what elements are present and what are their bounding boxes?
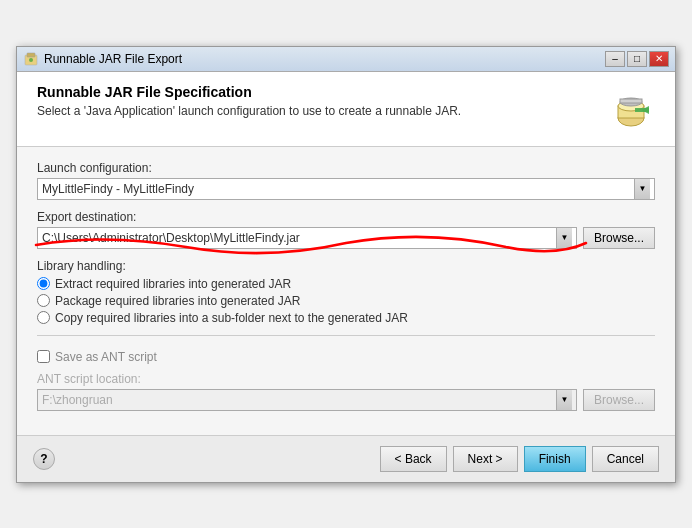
titlebar-controls: – □ ✕ [605, 51, 669, 67]
library-handling-group: Library handling: Extract required libra… [37, 259, 655, 325]
dialog-title: Runnable JAR File Specification [37, 84, 607, 100]
svg-rect-9 [635, 108, 649, 112]
cancel-button[interactable]: Cancel [592, 446, 659, 472]
launch-config-value: MyLittleFindy - MyLittleFindy [42, 182, 194, 196]
radio-item-extract: Extract required libraries into generate… [37, 277, 655, 291]
ant-location-group: ANT script location: F:\zhongruan ▼ Brow… [37, 372, 655, 411]
footer-left: ? [33, 448, 55, 470]
form-area: Launch configuration: MyLittleFindy - My… [17, 147, 675, 435]
footer: ? < Back Next > Finish Cancel [17, 435, 675, 482]
export-dest-browse-button[interactable]: Browse... [583, 227, 655, 249]
svg-rect-7 [620, 99, 642, 103]
close-button[interactable]: ✕ [649, 51, 669, 67]
ant-location-row: F:\zhongruan ▼ Browse... [37, 389, 655, 411]
divider [37, 335, 655, 336]
launch-config-group: Launch configuration: MyLittleFindy - My… [37, 161, 655, 200]
footer-right: < Back Next > Finish Cancel [380, 446, 659, 472]
window-icon [23, 51, 39, 67]
minimize-button[interactable]: – [605, 51, 625, 67]
export-dest-combo[interactable]: C:\Users\Administrator\Desktop\MyLittleF… [37, 227, 577, 249]
jar-icon [607, 84, 655, 132]
radio-extract[interactable] [37, 277, 50, 290]
ant-script-row: Save as ANT script [37, 350, 655, 364]
ant-script-label: Save as ANT script [55, 350, 157, 364]
titlebar: Runnable JAR File Export – □ ✕ [17, 47, 675, 72]
ant-location-arrow: ▼ [556, 390, 572, 410]
ant-location-value: F:\zhongruan [42, 393, 113, 407]
export-dest-row: C:\Users\Administrator\Desktop\MyLittleF… [37, 227, 655, 249]
library-handling-label: Library handling: [37, 259, 655, 273]
help-button[interactable]: ? [33, 448, 55, 470]
launch-config-label: Launch configuration: [37, 161, 655, 175]
export-dest-group: Export destination: C:\Users\Administrat… [37, 210, 655, 249]
ant-location-combo: F:\zhongruan ▼ [37, 389, 577, 411]
radio-copy[interactable] [37, 311, 50, 324]
export-dest-label: Export destination: [37, 210, 655, 224]
finish-button[interactable]: Finish [524, 446, 586, 472]
titlebar-left: Runnable JAR File Export [23, 51, 182, 67]
radio-package[interactable] [37, 294, 50, 307]
ant-script-checkbox[interactable] [37, 350, 50, 363]
svg-point-2 [29, 58, 33, 62]
ant-browse-button: Browse... [583, 389, 655, 411]
radio-copy-label: Copy required libraries into a sub-folde… [55, 311, 408, 325]
launch-config-combo[interactable]: MyLittleFindy - MyLittleFindy ▼ [37, 178, 655, 200]
next-button[interactable]: Next > [453, 446, 518, 472]
header-area: Runnable JAR File Specification Select a… [17, 72, 675, 147]
radio-package-label: Package required libraries into generate… [55, 294, 300, 308]
dialog-description: Select a 'Java Application' launch confi… [37, 104, 607, 118]
back-button[interactable]: < Back [380, 446, 447, 472]
radio-item-package: Package required libraries into generate… [37, 294, 655, 308]
launch-config-arrow: ▼ [634, 179, 650, 199]
jar-image [609, 86, 653, 130]
svg-rect-1 [27, 53, 35, 57]
maximize-button[interactable]: □ [627, 51, 647, 67]
export-dest-arrow: ▼ [556, 228, 572, 248]
export-dest-value: C:\Users\Administrator\Desktop\MyLittleF… [42, 231, 300, 245]
window-title: Runnable JAR File Export [44, 52, 182, 66]
radio-extract-label: Extract required libraries into generate… [55, 277, 291, 291]
header-text: Runnable JAR File Specification Select a… [37, 84, 607, 134]
radio-item-copy: Copy required libraries into a sub-folde… [37, 311, 655, 325]
ant-location-label: ANT script location: [37, 372, 655, 386]
